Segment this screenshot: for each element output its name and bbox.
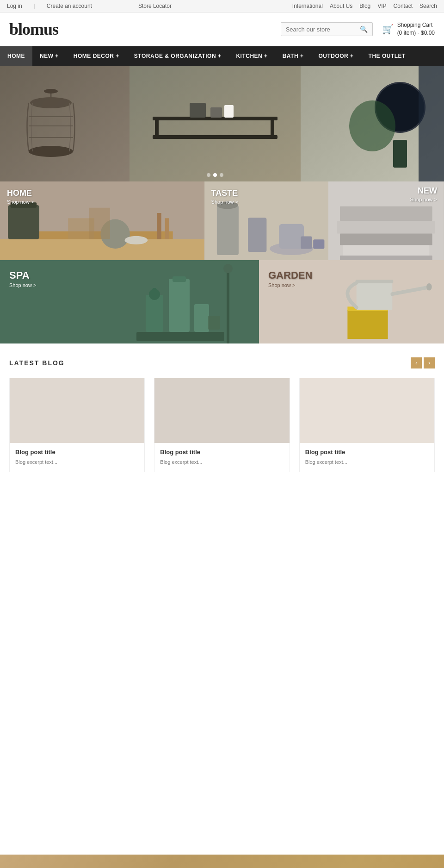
svg-rect-57 [208, 316, 220, 330]
svg-rect-54 [153, 288, 156, 295]
cart-icon: 🛒 [382, 24, 394, 35]
blog-card-1-image [10, 378, 144, 443]
hero-slide-3[interactable] [301, 66, 444, 181]
svg-rect-14 [271, 119, 274, 139]
cart-text: Shopping Cart (0 item) - $0.00 [397, 21, 435, 37]
svg-rect-63 [356, 280, 393, 283]
blog-card-3[interactable]: Blog post title Blog excerpt text... [299, 378, 435, 472]
svg-rect-62 [357, 281, 393, 310]
category-home[interactable]: HOME Shop now > [0, 181, 204, 260]
search-link[interactable]: Search [419, 3, 437, 9]
svg-rect-47 [340, 233, 432, 245]
nav-home[interactable]: HOME [0, 46, 32, 66]
blog-card-1[interactable]: Blog post title Blog excerpt text... [9, 378, 145, 472]
blog-card-2-title: Blog post title [160, 449, 284, 456]
cart-label: Shopping Cart [397, 21, 435, 29]
blog-title: LATEST BLOG [9, 359, 65, 367]
svg-point-23 [349, 100, 395, 151]
hero-image-3 [301, 66, 444, 181]
blog-card-2-image [154, 378, 289, 443]
garden-shop-now[interactable]: Shop now > [268, 282, 295, 288]
top-bar: Log in | Create an account Store Locator… [0, 0, 444, 12]
svg-rect-24 [419, 66, 444, 181]
cart-area[interactable]: 🛒 Shopping Cart (0 item) - $0.00 [382, 21, 435, 37]
spa-shop-now[interactable]: Shop now > [9, 282, 36, 288]
search-box[interactable]: 🔍 [281, 22, 373, 36]
garden-section[interactable]: GARDEN Shop now > [259, 260, 444, 343]
svg-rect-50 [169, 279, 190, 332]
international-link[interactable]: International [292, 3, 323, 9]
dot-3[interactable] [220, 173, 223, 177]
blog-card-2-excerpt: Blog excerpt text... [160, 458, 284, 466]
svg-rect-13 [155, 119, 159, 139]
carousel-dots [207, 173, 223, 177]
svg-rect-43 [313, 239, 324, 249]
hero-image-2 [130, 66, 301, 181]
dot-2[interactable] [213, 173, 217, 177]
create-account-link[interactable]: Create an account [47, 3, 92, 9]
garden-image [294, 266, 442, 341]
hero-slide-1[interactable] [0, 66, 130, 181]
logo: blomus [9, 19, 281, 39]
blog-link[interactable]: Blog [359, 3, 370, 9]
blog-empty-space [0, 577, 444, 855]
nav-new[interactable]: NEW + [32, 46, 66, 66]
latest-blog-section: LATEST BLOG ‹ › Blog post title Blog exc… [0, 343, 444, 577]
category-taste[interactable]: TASTE Shop now > [204, 181, 329, 260]
about-link[interactable]: About Us [330, 3, 352, 9]
nav-outdoor[interactable]: OUTDOOR + [311, 46, 361, 66]
header-right: 🔍 🛒 Shopping Cart (0 item) - $0.00 [281, 21, 435, 37]
spa-section[interactable]: SPA Shop now > [0, 260, 259, 343]
cat-taste-shop[interactable]: Shop now > [211, 199, 238, 205]
svg-rect-32 [157, 213, 161, 239]
hero-carousel [0, 66, 444, 181]
svg-rect-26 [0, 239, 204, 260]
svg-point-65 [426, 283, 432, 291]
contact-link[interactable]: Contact [394, 3, 413, 9]
vip-link[interactable]: VIP [377, 3, 386, 9]
svg-point-4 [44, 89, 58, 94]
blog-card-1-title: Blog post title [15, 449, 139, 456]
nav-home-decor[interactable]: HOME DECOR + [66, 46, 127, 66]
nav-bath[interactable]: BATH + [275, 46, 311, 66]
blog-next-btn[interactable]: › [424, 357, 435, 368]
svg-rect-28 [8, 205, 39, 239]
svg-rect-45 [340, 206, 432, 221]
svg-rect-15 [190, 103, 206, 118]
svg-rect-42 [301, 237, 312, 249]
blog-prev-btn[interactable]: ‹ [411, 357, 422, 368]
cat-taste-label: TASTE [211, 188, 238, 198]
svg-rect-46 [337, 221, 435, 233]
blog-cards-area: Blog post title Blog excerpt text... Blo… [9, 378, 435, 563]
nav-kitchen[interactable]: KITCHEN + [228, 46, 275, 66]
nav-storage[interactable]: STORAGE & ORGANIZATION + [127, 46, 229, 66]
search-button[interactable]: 🔍 [360, 25, 368, 33]
svg-rect-39 [248, 218, 266, 252]
blog-card-3-title: Blog post title [305, 449, 429, 456]
cat-new-shop[interactable]: Shop now > [410, 197, 437, 202]
svg-rect-22 [393, 140, 407, 168]
cat-home-label: HOME [7, 188, 32, 198]
hero-slide-2[interactable] [130, 66, 301, 181]
spa-image [78, 260, 259, 343]
svg-point-31 [124, 236, 148, 244]
category-new[interactable]: NEW Shop now > [328, 181, 444, 260]
nav-outlet[interactable]: THE OUTLET [361, 46, 413, 66]
store-locator-link[interactable]: Store Locator [138, 3, 172, 9]
blog-card-3-excerpt: Blog excerpt text... [305, 458, 429, 466]
svg-rect-51 [173, 276, 186, 282]
blog-card-2[interactable]: Blog post title Blog excerpt text... [154, 378, 290, 472]
svg-point-59 [223, 264, 233, 273]
blog-card-3-content: Blog post title Blog excerpt text... [300, 443, 434, 472]
cat-home-shop[interactable]: Shop now > [7, 199, 34, 205]
svg-rect-52 [146, 295, 163, 332]
cat-new-label: NEW [418, 186, 437, 196]
blog-nav: ‹ › [411, 357, 435, 368]
search-input[interactable] [286, 26, 360, 33]
top-bar-right: International About Us Blog VIP Contact … [292, 3, 437, 9]
blog-card-2-content: Blog post title Blog excerpt text... [154, 443, 289, 472]
dot-1[interactable] [207, 173, 210, 177]
login-link[interactable]: Log in [7, 3, 22, 9]
svg-rect-16 [210, 107, 222, 118]
svg-rect-11 [153, 135, 278, 139]
